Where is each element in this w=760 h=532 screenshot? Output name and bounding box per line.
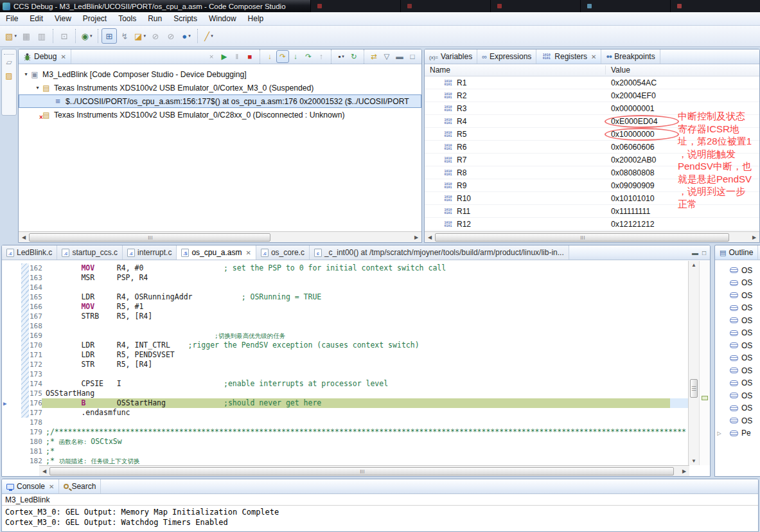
tab-variables[interactable]: Variables [425, 49, 477, 64]
outline-item[interactable]: OS [715, 389, 760, 402]
editor-tab-interrupt.c[interactable]: .cinterrupt.c [123, 245, 177, 260]
close-icon[interactable]: ✕ [49, 483, 54, 490]
column-name[interactable]: Name [425, 66, 606, 75]
editor-tab-os_cpu_a.asm[interactable]: .Sos_cpu_a.asm✕ [177, 245, 256, 260]
code-line[interactable]: 169 ;切换到最高优先级的任务 [2, 331, 710, 341]
tab-outline[interactable]: ▤ Outline [715, 245, 758, 260]
menu-project[interactable]: Project [77, 13, 112, 24]
code-line[interactable]: 164 [2, 283, 710, 292]
menu-scripts[interactable]: Scripts [168, 13, 203, 24]
tab-console[interactable]: Console✕ [2, 479, 59, 493]
step-over-icon-button[interactable]: ↷ [302, 50, 315, 63]
console-output[interactable]: Cortex_M3_0: GEL Output: Memory Map Init… [2, 506, 758, 528]
register-row[interactable]: R20x20004EF0 [425, 89, 759, 102]
close-icon[interactable]: ✕ [245, 249, 251, 256]
tree-expander-icon[interactable]: ▾ [22, 71, 30, 77]
code-line[interactable]: 180;* 函数名称: OSCtxSw [2, 437, 710, 447]
project-explorer-button[interactable]: ▨ [3, 70, 15, 82]
menu-edit[interactable]: Edit [24, 13, 49, 24]
close-icon[interactable]: ✕ [591, 53, 596, 60]
outline-item[interactable]: ▷Pe [715, 427, 760, 440]
scroll-left-icon[interactable]: ◀ [39, 468, 49, 474]
code-line[interactable]: 174 CPSIE I ;enable interrupts at proces… [2, 379, 710, 389]
editor-horizontal-scrollbar[interactable]: ◀ ▶ [39, 465, 689, 476]
code-line[interactable]: 172 STR R5, [R4] [2, 360, 710, 369]
new-icon-button[interactable]: ▧▾ [3, 28, 19, 44]
minimize-icon-button[interactable]: ▬ [393, 50, 406, 63]
restore-view-button[interactable]: ▱ [3, 57, 15, 68]
editor-tab-startup_ccs.c[interactable]: .cstartup_ccs.c [57, 245, 123, 260]
step-into-icon-button[interactable]: ↓ [289, 50, 302, 63]
scrollbar-thumb[interactable] [435, 233, 729, 242]
scroll-left-icon[interactable]: ◀ [425, 235, 435, 240]
code-line[interactable]: 182;* 功能描述: 任务级上下文切换 [2, 456, 710, 465]
menu-file[interactable]: File [0, 13, 24, 24]
editor-vertical-scrollbar[interactable]: ▲ ▼ [688, 261, 699, 465]
scroll-right-icon[interactable]: ▶ [749, 235, 759, 240]
code-line[interactable]: 177 .endasmfunc [2, 408, 710, 418]
tree-expander-icon[interactable]: ▷ [715, 430, 723, 436]
outline-item[interactable]: OS [715, 289, 760, 302]
maximize-icon-button[interactable]: □ [406, 50, 419, 63]
outline-item[interactable]: OS [715, 264, 760, 277]
tab-breakpoints[interactable]: ●●Breakpoints [601, 49, 660, 64]
code-line[interactable]: 162 MOV R4, #0 ; set the PSP to 0 for in… [2, 263, 710, 273]
code-line[interactable]: 170 LDR R4, INT_CTRL ;rigger the PendSV … [2, 341, 710, 350]
online-resources-icon-button[interactable]: ●▾ [179, 28, 194, 44]
editor-tab-os_core.c[interactable]: .cos_core.c [256, 245, 310, 260]
tree-expander-icon[interactable]: ▾ [34, 85, 41, 91]
outline-item[interactable]: OS [715, 327, 760, 340]
tab-expressions[interactable]: ∞Expressions [477, 49, 536, 64]
code-line[interactable]: ▶176 B OSStartHang ;should never get her… [2, 398, 710, 408]
outline-item[interactable]: OS [715, 364, 760, 377]
code-line[interactable]: 178 [2, 418, 710, 427]
code-line[interactable]: 167 STRB R5, [R4] [2, 312, 710, 321]
debug-tree-row[interactable]: ▾▤Texas Instruments XDS100v2 USB Emulato… [19, 81, 421, 94]
debug-horizontal-scrollbar[interactable]: ◀ ▶ [19, 231, 421, 242]
menu-help[interactable]: Help [242, 13, 270, 24]
scrollbar-thumb[interactable] [29, 233, 270, 242]
outline-item[interactable]: OS [715, 277, 760, 290]
terminate-icon-button[interactable]: ■ [243, 50, 256, 63]
connect-target-icon-button[interactable]: ↯ [117, 28, 132, 44]
register-row[interactable]: R120x12121212 [425, 218, 759, 231]
restart-icon-button[interactable]: ↻ [348, 50, 360, 63]
outline-item[interactable]: OS [715, 314, 760, 327]
asm-step-over-icon-button[interactable]: ↷ [276, 50, 289, 63]
scroll-down-icon[interactable]: ▼ [689, 458, 699, 464]
debug-tree-row[interactable]: ▾▣M3_LedBlink [Code Composer Studio - De… [19, 67, 421, 81]
debug-icon-button[interactable]: ◉▾ [79, 28, 94, 44]
outline-item[interactable]: OS [715, 377, 760, 390]
code-line[interactable]: 173 [2, 369, 710, 379]
menu-window[interactable]: Window [203, 13, 242, 24]
minimize-icon[interactable]: ▬ [692, 249, 698, 256]
refresh-icon-button[interactable]: ⇄ [367, 50, 380, 63]
code-line[interactable]: 175OSStartHang [2, 389, 710, 398]
scroll-up-icon[interactable]: ▲ [689, 262, 699, 268]
code-line[interactable]: 163 MSR PSP, R4 [2, 273, 710, 283]
target-config-icon-button[interactable]: ⊞ [102, 28, 117, 44]
outline-item[interactable]: OS [715, 302, 760, 315]
outline-item[interactable]: OS [715, 352, 760, 365]
highlight-icon-button[interactable]: ╱▾ [201, 28, 217, 44]
menu-tools[interactable]: Tools [112, 13, 142, 24]
outline-item[interactable]: OS [715, 402, 760, 415]
tab-debug[interactable]: Debug ✕ [19, 49, 71, 64]
resume-icon-button[interactable]: ▶ [218, 50, 231, 63]
view-menu-icon-button[interactable]: ▽ [380, 50, 393, 63]
tab-registers[interactable]: Registers✕ [536, 49, 601, 64]
menu-view[interactable]: View [49, 13, 77, 24]
flash-icon-button[interactable]: ▪▾ [335, 50, 348, 63]
code-line[interactable]: 181;* [2, 447, 710, 456]
outline-item[interactable]: OS [715, 339, 760, 352]
outline-item[interactable]: OS [715, 414, 760, 427]
editor-tab-_c_int00[interactable]: c_c_int00() at /tmp/scratch/mjoyner/tool… [310, 245, 569, 260]
code-editor[interactable]: 162 MOV R4, #0 ; set the PSP to 0 for in… [2, 261, 710, 465]
overview-ruler[interactable] [699, 261, 710, 465]
drag-grip[interactable] [4, 51, 14, 55]
scrollbar-thumb[interactable] [49, 467, 674, 475]
menu-run[interactable]: Run [142, 13, 168, 24]
scroll-right-icon[interactable]: ▶ [679, 468, 689, 474]
column-value[interactable]: Value [606, 66, 630, 75]
code-line[interactable]: 166 MOV R5, #1 [2, 302, 710, 312]
